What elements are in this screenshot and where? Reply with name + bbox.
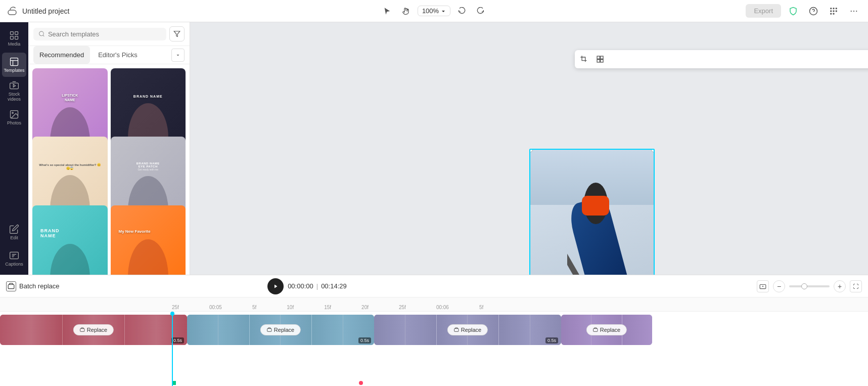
- replace-label-1: Replace: [87, 327, 107, 333]
- timeline-clip-1[interactable]: Replace 0.5s: [0, 315, 187, 345]
- templates-tabs: Recommended Editor's Picks: [28, 46, 190, 64]
- card-3-title: What's so special about the humidifier? …: [36, 163, 104, 170]
- timeline-clip-2[interactable]: Replace 0.5s: [187, 315, 374, 345]
- svg-rect-8: [833, 13, 835, 14]
- svg-rect-24: [600, 56, 603, 59]
- svg-rect-26: [600, 60, 603, 62]
- timeline-add-media-button[interactable]: [757, 280, 769, 292]
- marker-red-dot: [359, 381, 363, 385]
- zoom-thumb: [801, 283, 807, 289]
- replace-badge-2[interactable]: Replace: [260, 324, 301, 335]
- svg-point-9: [851, 10, 852, 11]
- clip-2-duration: 0.5s: [358, 337, 371, 344]
- svg-rect-30: [267, 329, 271, 332]
- template-card-5[interactable]: BRANDNAME TRENDY TRENDS 00:12: [32, 205, 108, 275]
- card-1-title: LIPSTICKNAME: [62, 94, 78, 102]
- card-4-title: BRAND NAMEEYE PATCH: [136, 162, 160, 168]
- svg-marker-22: [174, 31, 180, 37]
- tab-editors-picks[interactable]: Editor's Picks: [92, 46, 144, 64]
- sidebar-item-templates[interactable]: Templates: [2, 53, 26, 77]
- current-time: 00:00:00: [288, 282, 313, 290]
- replace-badge-1[interactable]: Replace: [73, 324, 114, 335]
- batch-replace-label: Batch replace: [19, 282, 60, 290]
- timeline-clip-4[interactable]: Replace: [561, 315, 652, 345]
- zoom-out-button[interactable]: −: [773, 280, 785, 292]
- handle-top-left[interactable]: [529, 149, 533, 152]
- tab-recommended[interactable]: Recommended: [33, 46, 90, 64]
- svg-rect-31: [454, 329, 459, 332]
- sidebar-item-captions[interactable]: Captions: [2, 246, 26, 271]
- sidebar-item-photos[interactable]: Photos: [2, 105, 26, 130]
- svg-rect-4: [830, 10, 832, 12]
- sidebar-item-media[interactable]: Media: [2, 26, 26, 51]
- pointer-tool-button[interactable]: [379, 3, 395, 19]
- sidebar-icons: Media Templates Stock videos Photos: [0, 22, 28, 275]
- svg-rect-25: [597, 60, 600, 62]
- ruler-tick-1: 00:05: [209, 305, 252, 310]
- templates-panel: Recommended Editor's Picks LIPSTICKNAME …: [28, 22, 190, 275]
- time-separator: |: [316, 282, 318, 290]
- card-4-subtitle: Get ready with me: [138, 168, 158, 171]
- canvas-video: ↻: [529, 149, 655, 275]
- svg-point-19: [12, 112, 13, 114]
- help-button[interactable]: [805, 3, 821, 19]
- svg-rect-29: [80, 329, 84, 332]
- shield-icon[interactable]: [785, 3, 801, 19]
- timeline-play-controls: 00:00:00 | 00:14:29: [267, 278, 347, 294]
- ruler-tick-5: 20f: [361, 305, 399, 310]
- zoom-control[interactable]: 100%: [418, 6, 450, 16]
- card-5-overlay: BRANDNAME TRENDY TRENDS: [32, 205, 108, 275]
- apps-button[interactable]: [826, 3, 842, 19]
- hand-tool-button[interactable]: [398, 3, 415, 19]
- replace-badge-4[interactable]: Replace: [586, 324, 627, 335]
- svg-rect-16: [11, 58, 18, 66]
- handle-top-right[interactable]: [651, 149, 655, 152]
- project-title: Untitled project: [22, 7, 69, 15]
- play-button[interactable]: [267, 278, 284, 294]
- svg-rect-6: [836, 10, 837, 12]
- replace-badge-3[interactable]: Replace: [447, 324, 488, 335]
- svg-rect-32: [593, 329, 598, 332]
- svg-point-10: [853, 10, 854, 11]
- zoom-in-button[interactable]: +: [834, 280, 846, 292]
- timeline-expand-button[interactable]: [850, 280, 862, 292]
- replace-label-3: Replace: [461, 327, 481, 333]
- sidebar-item-stock[interactable]: Stock videos: [2, 79, 26, 103]
- card-6-overlay: My New Favorite: [111, 205, 186, 275]
- ruler-tick-6: 25f: [399, 305, 436, 310]
- more-button[interactable]: [846, 3, 862, 19]
- bottom-area: Batch replace 00:00:00 | 00:14:29 −: [0, 275, 868, 386]
- svg-rect-15: [15, 36, 18, 39]
- ruler-tick-4: 15f: [324, 305, 361, 310]
- zoom-level: 100%: [422, 7, 439, 15]
- export-button[interactable]: Export: [746, 4, 781, 18]
- timeline-marker-2: [359, 381, 363, 385]
- timeline-playhead-marker: [172, 381, 176, 385]
- svg-rect-7: [830, 13, 832, 14]
- transform-tool-button[interactable]: [593, 52, 607, 66]
- timeline-clip-3[interactable]: Replace 0.5s: [374, 315, 561, 345]
- ruler-tick-8: 5f: [479, 305, 514, 310]
- replace-label-4: Replace: [600, 327, 620, 333]
- tab-more-button[interactable]: [171, 49, 185, 62]
- crop-tool-button[interactable]: [577, 52, 591, 66]
- timeline-ruler: 25f 00:05 5f 10f 15f 20f 25f 00:06 5f: [0, 297, 868, 312]
- total-time: 00:14:29: [321, 282, 347, 290]
- template-card-6[interactable]: My New Favorite 00:09: [111, 205, 186, 275]
- replace-label-2: Replace: [274, 327, 294, 333]
- card-6-title: My New Favorite: [115, 229, 182, 234]
- topbar-center: 100%: [379, 3, 489, 19]
- zoom-track[interactable]: [789, 285, 830, 287]
- clip-1-duration: 0.5s: [171, 337, 184, 344]
- sidebar-item-edit[interactable]: Edit: [2, 220, 26, 244]
- batch-replace[interactable]: Batch replace: [6, 281, 60, 291]
- ruler-tick-2: 5f: [252, 305, 287, 310]
- search-input[interactable]: [48, 30, 161, 38]
- undo-button[interactable]: [453, 3, 470, 19]
- canvas-area[interactable]: ↻: [190, 22, 868, 275]
- redo-button[interactable]: [473, 3, 489, 19]
- timeline-tracks: Replace 0.5s Replace: [0, 312, 868, 386]
- svg-point-11: [856, 10, 857, 11]
- svg-rect-12: [11, 32, 14, 35]
- filter-button[interactable]: [169, 26, 185, 41]
